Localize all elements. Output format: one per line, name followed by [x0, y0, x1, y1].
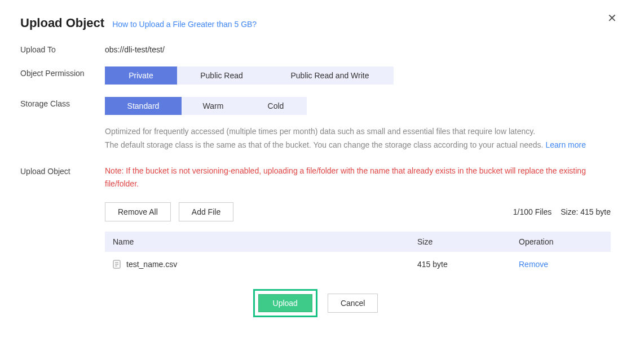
- versioning-note: Note: If the bucket is not versioning-en…: [105, 165, 611, 192]
- storage-row: Storage Class Standard Warm Cold Optimiz…: [20, 97, 611, 152]
- col-header-operation: Operation: [511, 232, 611, 252]
- upload-to-value: obs://dli-test/test/: [105, 43, 611, 54]
- remove-all-button[interactable]: Remove All: [105, 202, 171, 221]
- help-link[interactable]: How to Upload a File Greater than 5 GB?: [112, 20, 257, 29]
- storage-desc-line2: The default storage class is the same as…: [105, 140, 545, 149]
- storage-description: Optimized for frequently accessed (multi…: [105, 125, 611, 152]
- size-stat: Size: 415 byte: [561, 207, 611, 216]
- permission-public-read-button[interactable]: Public Read: [177, 66, 266, 85]
- files-count-stat: 1/100 Files: [513, 207, 551, 216]
- file-size: 415 byte: [409, 252, 511, 277]
- permission-private-button[interactable]: Private: [105, 66, 177, 85]
- col-header-size: Size: [409, 232, 511, 252]
- upload-button[interactable]: Upload: [258, 294, 312, 312]
- upload-to-label: Upload To: [20, 43, 105, 54]
- file-actions-row: Remove All Add File 1/100 Files Size: 41…: [105, 202, 611, 221]
- storage-warm-button[interactable]: Warm: [182, 97, 245, 115]
- add-file-button[interactable]: Add File: [179, 202, 233, 221]
- learn-more-link[interactable]: Learn more: [545, 140, 586, 149]
- dialog-header: Upload Object How to Upload a File Great…: [20, 16, 611, 30]
- storage-cold-button[interactable]: Cold: [245, 97, 307, 115]
- permission-row: Object Permission Private Public Read Pu…: [20, 66, 611, 85]
- upload-dialog: Upload Object How to Upload a File Great…: [0, 0, 631, 329]
- upload-object-label: Upload Object: [20, 165, 105, 277]
- upload-to-row: Upload To obs://dli-test/test/: [20, 43, 611, 54]
- files-table: Name Size Operation: [105, 232, 611, 277]
- footer-actions: Upload Cancel: [20, 289, 611, 317]
- permission-segmented: Private Public Read Public Read and Writ…: [105, 66, 611, 85]
- storage-label: Storage Class: [20, 97, 105, 152]
- permission-label: Object Permission: [20, 66, 105, 85]
- cancel-button[interactable]: Cancel: [328, 294, 378, 313]
- table-row: test_name.csv 415 byte Remove: [105, 252, 611, 277]
- upload-highlight: Upload: [253, 289, 317, 317]
- col-header-name: Name: [105, 232, 409, 252]
- storage-desc-line1: Optimized for frequently accessed (multi…: [105, 127, 535, 136]
- close-icon[interactable]: ✕: [607, 12, 617, 24]
- upload-object-row: Upload Object Note: If the bucket is not…: [20, 165, 611, 277]
- table-header-row: Name Size Operation: [105, 232, 611, 252]
- storage-segmented: Standard Warm Cold: [105, 97, 611, 115]
- file-name-cell: test_name.csv: [113, 260, 401, 269]
- upload-stats: 1/100 Files Size: 415 byte: [513, 207, 611, 216]
- storage-standard-button[interactable]: Standard: [105, 97, 182, 115]
- page-title: Upload Object: [20, 16, 104, 30]
- remove-file-link[interactable]: Remove: [519, 260, 548, 269]
- file-name: test_name.csv: [126, 260, 177, 269]
- file-icon: [113, 260, 121, 269]
- permission-public-read-write-button[interactable]: Public Read and Write: [266, 66, 394, 85]
